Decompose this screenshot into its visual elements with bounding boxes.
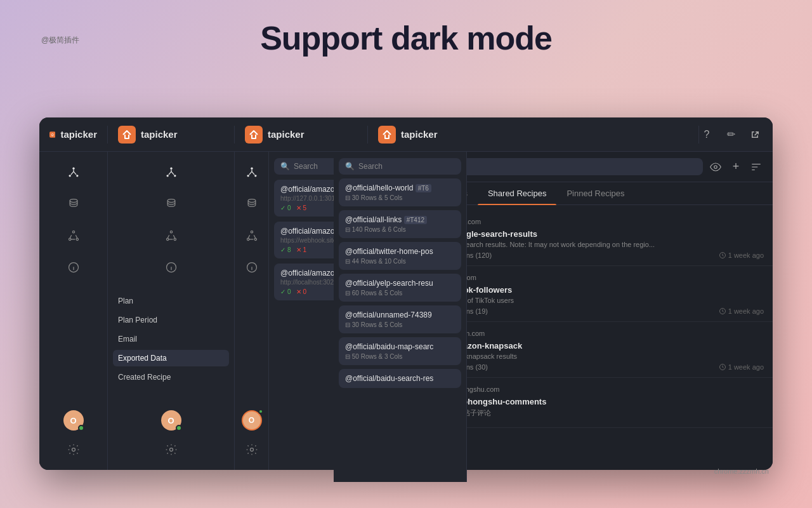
search-text-p3: Search bbox=[358, 162, 383, 171]
sidebar-icon-webhook-3[interactable] bbox=[239, 223, 265, 248]
menu-item-exported-data[interactable]: Exported Data bbox=[113, 350, 229, 366]
search-icon-p3: 🔍 bbox=[345, 162, 355, 171]
p3-recipe-1[interactable]: @official/hello-world #T6 ⊟ 30 Rows & 5 … bbox=[339, 178, 461, 206]
eye-btn[interactable] bbox=[708, 159, 723, 175]
top-bar-actions: ? ✏ bbox=[699, 127, 773, 142]
sidebar-icon-info-1[interactable] bbox=[61, 255, 86, 280]
stat-error-3-3: 0 bbox=[303, 288, 307, 295]
sidebar-icon-database-2[interactable] bbox=[159, 191, 184, 217]
search-icon-3: 🔍 bbox=[280, 162, 290, 171]
menu-items: Plan Plan Period Email Exported Data Cre… bbox=[108, 293, 234, 385]
p3-recipe-5[interactable]: @official/unnamed-74389 ⊟ 30 Rows & 5 Co… bbox=[339, 305, 461, 333]
svg-point-15 bbox=[170, 168, 172, 170]
sidebar-icon-network-3[interactable] bbox=[239, 159, 265, 185]
time-google: 1 week ago bbox=[719, 251, 764, 259]
logo-3: tapicker bbox=[235, 126, 368, 144]
stat-success-3-3: 0 bbox=[287, 288, 291, 295]
svg-point-29 bbox=[248, 199, 256, 203]
svg-point-4 bbox=[72, 168, 74, 170]
svg-rect-1 bbox=[118, 126, 136, 144]
sidebar-icon-network-2[interactable] bbox=[159, 159, 184, 185]
svg-point-36 bbox=[250, 448, 253, 451]
svg-point-30 bbox=[247, 238, 249, 240]
p3-recipe-3[interactable]: @official/twitter-home-pos ⊟ 44 Rows & 1… bbox=[339, 242, 461, 270]
logo-text-2: tapicker bbox=[141, 129, 178, 140]
stat-success-3-2: 8 bbox=[287, 246, 291, 253]
stat-error-3-1: 5 bbox=[303, 204, 307, 211]
settings-icon-2[interactable] bbox=[159, 437, 184, 462]
logo-4: tapicker bbox=[368, 126, 699, 144]
svg-point-17 bbox=[174, 175, 176, 177]
menu-item-plan[interactable]: Plan bbox=[113, 293, 229, 309]
settings-icon-3[interactable] bbox=[239, 437, 265, 462]
svg-point-25 bbox=[169, 448, 173, 451]
menu-item-created-recipe[interactable]: Created Recipe bbox=[113, 369, 229, 385]
logo-2: tapicker bbox=[108, 126, 235, 144]
panel-2: Plan Plan Period Email Exported Data Cre… bbox=[108, 152, 235, 470]
svg-point-10 bbox=[72, 231, 74, 233]
svg-rect-0 bbox=[49, 131, 55, 137]
p3-recipe-4[interactable]: @official/yelp-search-resu ⊟ 60 Rows & 5… bbox=[339, 274, 461, 302]
sidebar-icon-database-3[interactable] bbox=[239, 191, 265, 217]
avatar-3[interactable]: O bbox=[242, 410, 262, 431]
sidebar-col-3: O bbox=[235, 152, 269, 470]
settings-icon-1[interactable] bbox=[61, 437, 86, 462]
sidebar-icon-webhook-2[interactable] bbox=[159, 223, 184, 248]
logo-text-3: tapicker bbox=[268, 129, 304, 140]
svg-point-32 bbox=[251, 231, 252, 233]
svg-point-48 bbox=[714, 165, 717, 168]
p3-recipe-6[interactable]: @official/baidu-map-searc ⊟ 50 Rows & 3 … bbox=[339, 337, 461, 365]
sort-btn[interactable] bbox=[749, 159, 764, 175]
page-watermark: @极简插件 bbox=[41, 35, 79, 46]
tapicker-logo-icon-2 bbox=[118, 126, 136, 144]
svg-point-21 bbox=[170, 231, 172, 233]
stat-error-3-2: 1 bbox=[303, 246, 307, 253]
tab-pinned-recipes[interactable]: Pinned Recipes bbox=[556, 182, 634, 204]
tapicker-logo-icon-4 bbox=[378, 126, 396, 144]
sidebar-icon-network-1[interactable] bbox=[61, 159, 86, 185]
tapicker-logo-icon-3 bbox=[245, 126, 263, 144]
tab-shared-recipes[interactable]: Shared Recipes bbox=[478, 182, 557, 204]
panel-3-recipes-overlay: 🔍 Search @official/hello-world #T6 ⊟ 30 … bbox=[334, 152, 467, 482]
svg-point-14 bbox=[72, 448, 75, 451]
svg-point-27 bbox=[247, 175, 249, 177]
sidebar-icon-database-1[interactable] bbox=[61, 191, 86, 217]
svg-rect-2 bbox=[245, 126, 263, 144]
page-header: Support dark mode bbox=[0, 0, 812, 70]
p3-recipe-7[interactable]: @official/baidu-search-res bbox=[339, 369, 461, 388]
tapicker-logo-icon-1 bbox=[49, 126, 55, 144]
svg-point-7 bbox=[70, 199, 77, 203]
svg-point-20 bbox=[174, 238, 176, 240]
help-icon[interactable]: ? bbox=[699, 127, 714, 142]
footer-watermark: chrome.zzzmh.cn bbox=[714, 467, 769, 475]
sidebar-icon-info-2[interactable] bbox=[159, 255, 184, 280]
svg-point-9 bbox=[76, 238, 78, 240]
p3-recipe-2[interactable]: @official/all-links #T412 ⊟ 140 Rows & 6… bbox=[339, 210, 461, 238]
logo-1: tapicker bbox=[39, 126, 108, 144]
edit-icon[interactable]: ✏ bbox=[723, 127, 738, 142]
search-box-p3[interactable]: 🔍 Search bbox=[339, 158, 461, 175]
panel-1: O bbox=[39, 152, 108, 470]
svg-point-6 bbox=[76, 175, 78, 177]
menu-item-plan-period[interactable]: Plan Period bbox=[113, 312, 229, 328]
sidebar-icon-webhook-1[interactable] bbox=[61, 223, 86, 248]
svg-point-31 bbox=[254, 238, 256, 240]
svg-point-26 bbox=[251, 168, 252, 170]
avatar-2[interactable]: O bbox=[161, 410, 181, 431]
time-amazon: 1 week ago bbox=[719, 363, 764, 371]
menu-item-email[interactable]: Email bbox=[113, 331, 229, 347]
svg-point-19 bbox=[166, 238, 168, 240]
add-btn[interactable]: + bbox=[728, 159, 743, 175]
top-bar: tapicker tapicker tapicker tapicker bbox=[39, 117, 773, 152]
avatar-1[interactable]: O bbox=[63, 410, 84, 431]
external-link-icon[interactable] bbox=[747, 127, 763, 142]
sidebar-icon-info-3[interactable] bbox=[239, 255, 265, 280]
logo-text-1: tapicker bbox=[60, 129, 97, 140]
svg-point-5 bbox=[69, 175, 70, 177]
svg-point-16 bbox=[166, 175, 168, 177]
svg-point-18 bbox=[167, 199, 175, 203]
svg-point-8 bbox=[69, 238, 70, 240]
svg-point-28 bbox=[254, 175, 256, 177]
logo-text-4: tapicker bbox=[401, 129, 438, 140]
stat-success-3-1: 0 bbox=[287, 204, 291, 211]
